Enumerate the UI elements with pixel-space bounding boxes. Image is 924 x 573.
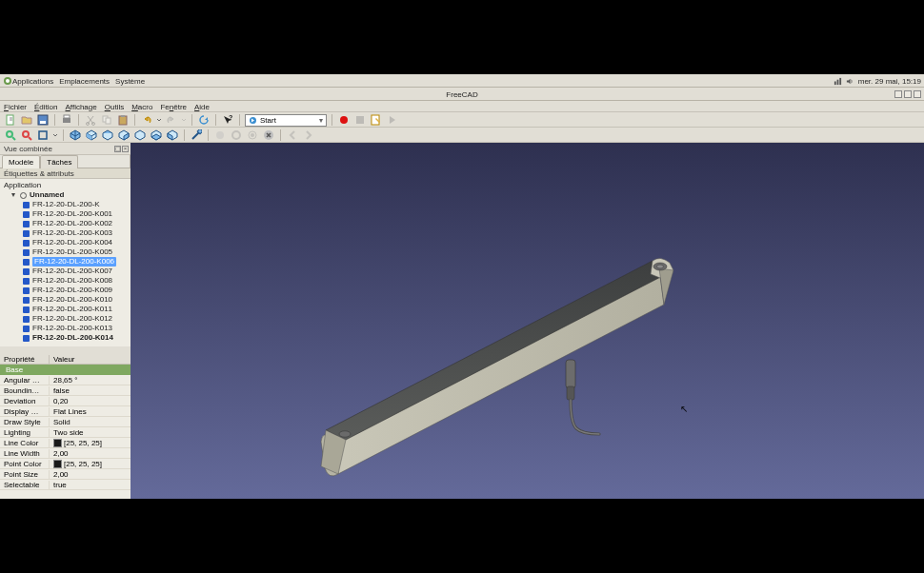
tree-item[interactable]: FR-12-20-DL-200-K010 <box>4 295 131 305</box>
view-bottom-button[interactable] <box>150 128 163 142</box>
tree-item[interactable]: FR-12-20-DL-200-K009 <box>4 286 131 295</box>
copy-button[interactable] <box>100 113 113 127</box>
cad-model[interactable] <box>131 143 924 499</box>
property-row[interactable]: Selectabletrue <box>0 480 131 490</box>
tree-item[interactable]: FR-12-20-DL-200-K011 <box>4 305 131 314</box>
refresh-button[interactable] <box>197 113 211 127</box>
property-value[interactable]: 0,20 <box>50 397 131 405</box>
tab-model[interactable]: Modèle <box>2 155 40 168</box>
menu-edit[interactable]: Édition <box>34 103 57 111</box>
property-value[interactable]: 28,65 ° <box>50 376 131 385</box>
property-row[interactable]: Angular …28,65 ° <box>0 375 131 385</box>
panel-close-button[interactable]: × <box>122 146 129 152</box>
tree-item[interactable]: FR-12-20-DL-200-K013 <box>4 324 131 333</box>
tree-item[interactable]: FR-12-20-DL-200-K004 <box>4 238 131 247</box>
property-value[interactable]: Solid <box>50 418 131 426</box>
appearance-button[interactable] <box>230 128 243 142</box>
nav-next-button[interactable] <box>302 128 315 142</box>
color-swatch[interactable] <box>53 460 62 468</box>
draw-style-button[interactable] <box>36 128 50 142</box>
macro-run-button[interactable] <box>386 113 399 127</box>
open-doc-button[interactable] <box>20 113 33 127</box>
menu-view[interactable]: Affichage <box>65 103 96 111</box>
redo-button[interactable] <box>165 113 178 127</box>
panel-float-button[interactable]: ▢ <box>114 146 121 152</box>
tree-item[interactable]: FR-12-20-DL-200-K006 <box>4 257 131 267</box>
collapse-icon[interactable]: ▾ <box>10 190 17 200</box>
window-maximize-button[interactable] <box>904 90 912 98</box>
3d-viewport[interactable]: ↖ <box>131 143 924 499</box>
property-row[interactable]: Boundin…false <box>0 385 131 396</box>
tree-app-root[interactable]: Application <box>4 181 131 190</box>
fit-selection-button[interactable] <box>20 128 33 142</box>
tree-item[interactable]: FR-12-20-DL-200-K001 <box>4 209 131 219</box>
whatsthis-button[interactable]: ? <box>221 113 234 127</box>
os-menu-places[interactable]: Emplacements <box>59 77 110 86</box>
view-rear-button[interactable] <box>133 128 147 142</box>
measure-button[interactable] <box>190 128 203 142</box>
macro-stop-button[interactable] <box>353 113 367 127</box>
property-value[interactable]: true <box>50 481 131 489</box>
undo-dropdown[interactable] <box>156 113 162 127</box>
tree-doc-root[interactable]: ▾ Unnamed <box>4 190 131 200</box>
property-value[interactable]: Two side <box>50 428 131 437</box>
view-iso-button[interactable] <box>69 128 82 142</box>
toggle-vis-button[interactable] <box>246 128 259 142</box>
tree-item[interactable]: FR-12-20-DL-200-K007 <box>4 267 131 276</box>
tree-item[interactable]: FR-12-20-DL-200-K <box>4 200 131 209</box>
os-menu-apps[interactable]: Applications <box>12 77 53 86</box>
property-value[interactable]: [25, 25, 25] <box>50 439 131 447</box>
model-tree[interactable]: Application ▾ Unnamed FR-12-20-DL-200-KF… <box>0 179 131 346</box>
clock[interactable]: mer. 29 mai, 15:19 <box>858 77 921 86</box>
cut-button[interactable] <box>84 113 97 127</box>
save-doc-button[interactable] <box>36 113 50 127</box>
redo-dropdown[interactable] <box>181 113 187 127</box>
property-row[interactable]: Display …Flat Lines <box>0 406 131 417</box>
undo-button[interactable] <box>140 113 153 127</box>
property-value[interactable]: 2,00 <box>50 449 131 458</box>
menu-help[interactable]: Aide <box>194 103 210 111</box>
network-icon[interactable] <box>834 77 842 86</box>
paste-button[interactable] <box>116 113 130 127</box>
window-minimize-button[interactable] <box>894 90 902 98</box>
menu-tools[interactable]: Outils <box>105 103 124 111</box>
tree-item[interactable]: FR-12-20-DL-200-K003 <box>4 228 131 238</box>
volume-icon[interactable] <box>846 77 854 86</box>
print-button[interactable] <box>60 113 73 127</box>
prop-group-base[interactable]: Base <box>0 365 131 375</box>
menu-file[interactable]: FFichierichier <box>4 103 27 111</box>
tree-item[interactable]: FR-12-20-DL-200-K005 <box>4 247 131 257</box>
macro-record-button[interactable] <box>337 113 351 127</box>
property-row[interactable]: Line Width2,00 <box>0 448 131 459</box>
close-view-button[interactable] <box>262 128 275 142</box>
property-row[interactable]: Point Size2,00 <box>0 469 131 480</box>
view-left-button[interactable] <box>166 128 179 142</box>
part-button[interactable] <box>213 128 227 142</box>
tab-tasks[interactable]: Tâches <box>40 155 78 168</box>
menu-macro[interactable]: Macro <box>131 103 152 111</box>
property-row[interactable]: Deviation0,20 <box>0 396 131 406</box>
menu-windows[interactable]: Fenêtre <box>160 103 187 111</box>
tree-item[interactable]: FR-12-20-DL-200-K014 <box>4 333 131 343</box>
view-front-button[interactable] <box>85 128 98 142</box>
view-right-button[interactable] <box>117 128 131 142</box>
fit-all-button[interactable] <box>4 128 17 142</box>
property-value[interactable]: Flat Lines <box>50 407 131 416</box>
tree-item[interactable]: FR-12-20-DL-200-K012 <box>4 314 131 324</box>
drawstyle-dropdown[interactable] <box>52 128 58 142</box>
window-close-button[interactable] <box>914 90 921 98</box>
workbench-selector[interactable]: Start ▾ <box>245 114 327 127</box>
new-doc-button[interactable] <box>4 113 17 127</box>
os-menu-system[interactable]: Système <box>115 77 145 86</box>
nav-prev-button[interactable] <box>286 128 299 142</box>
view-top-button[interactable] <box>101 128 114 142</box>
property-value[interactable]: false <box>50 386 131 395</box>
tree-item[interactable]: FR-12-20-DL-200-K002 <box>4 219 131 228</box>
tree-item[interactable]: FR-12-20-DL-200-K008 <box>4 276 131 286</box>
macro-edit-button[interactable] <box>370 113 383 127</box>
color-swatch[interactable] <box>53 439 62 447</box>
property-row[interactable]: Draw StyleSolid <box>0 417 131 427</box>
property-row[interactable]: Line Color[25, 25, 25] <box>0 438 131 448</box>
property-value[interactable]: 2,00 <box>50 470 131 479</box>
property-row[interactable]: LightingTwo side <box>0 427 131 438</box>
